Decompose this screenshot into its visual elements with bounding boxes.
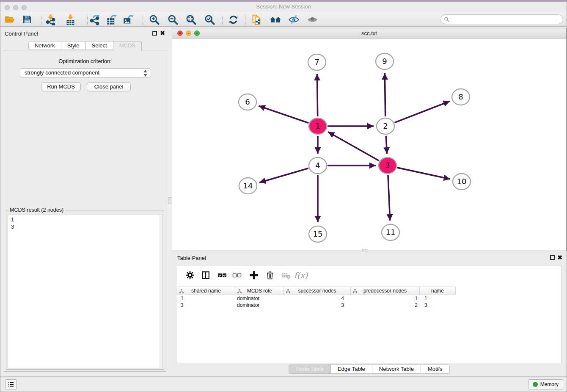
add-column-icon[interactable]	[248, 269, 260, 281]
export-network-icon[interactable]	[88, 14, 100, 25]
node-table-container: f(x) shared nameMCDS rolesuccessor nodes…	[177, 265, 562, 363]
mcds-result-values: 1 3	[8, 215, 162, 231]
memory-status-icon	[533, 382, 538, 387]
node-2[interactable]: 2	[377, 118, 394, 134]
cell-successor-nodes[interactable]: 4	[284, 295, 351, 302]
cell-successor-nodes[interactable]: 3	[284, 302, 351, 309]
table-float-panel-icon[interactable]	[550, 255, 555, 260]
split-columns-icon[interactable]	[200, 269, 212, 281]
export-image-icon[interactable]	[122, 14, 134, 25]
double-home-icon[interactable]	[270, 14, 281, 25]
cell-MCDS-role[interactable]: dominator	[235, 295, 284, 302]
task-history-button[interactable]	[6, 379, 17, 389]
zoom-in-icon[interactable]	[148, 14, 160, 25]
edge-1-7[interactable]	[317, 74, 317, 116]
column-header-shared-name[interactable]: shared name	[177, 287, 235, 295]
column-header-MCDS-role[interactable]: MCDS role	[235, 287, 284, 295]
delete-table-icon[interactable]	[280, 269, 292, 281]
cell-name[interactable]: 3	[420, 302, 456, 309]
node-1[interactable]: 1	[309, 118, 327, 134]
column-header-successor-nodes[interactable]: successor nodes	[284, 287, 351, 295]
import-table-icon[interactable]	[64, 14, 76, 25]
optimization-criterion-select[interactable]: strongly connected component	[20, 68, 151, 77]
column-header-predecessor-nodes[interactable]: predecessor nodes	[351, 287, 420, 295]
tab-network[interactable]: Network	[28, 41, 61, 50]
save-icon[interactable]	[21, 14, 33, 25]
cell-shared-name[interactable]: 3	[177, 302, 235, 309]
export-table-icon[interactable]	[105, 14, 117, 25]
open-folder-icon[interactable]	[4, 14, 16, 25]
select-all-checkboxes-icon[interactable]	[216, 269, 228, 281]
cell-name[interactable]: 1	[420, 295, 456, 302]
main-toolbar	[0, 12, 567, 27]
edge-2-9[interactable]	[385, 73, 385, 116]
edge-4-14[interactable]	[259, 168, 308, 182]
run-mcds-button[interactable]: Run MCDS	[41, 82, 81, 91]
cell-predecessor-nodes[interactable]: 1	[351, 295, 420, 302]
result-scrollbar[interactable]	[160, 215, 162, 368]
zoom-fit-icon[interactable]	[185, 14, 197, 25]
memory-button[interactable]: Memory	[528, 379, 563, 389]
cell-predecessor-nodes[interactable]: 2	[351, 302, 420, 309]
close-panel-icon[interactable]: ✖	[160, 30, 165, 36]
select-value: strongly connected component	[25, 69, 99, 76]
node-14[interactable]: 14	[239, 178, 257, 194]
mcds-result-textarea[interactable]: 1 3	[8, 215, 163, 368]
eye-icon[interactable]	[306, 14, 318, 25]
clone-network-icon[interactable]	[250, 14, 262, 25]
search-icon	[444, 17, 449, 22]
node-label-8: 8	[458, 92, 463, 101]
edge-3-1[interactable]	[328, 132, 379, 161]
search-field[interactable]	[440, 14, 563, 24]
delete-column-icon[interactable]	[264, 269, 276, 281]
function-builder-icon[interactable]: f(x)	[295, 269, 307, 281]
deselect-all-checkboxes-icon[interactable]	[231, 269, 243, 281]
node-7[interactable]: 7	[308, 54, 326, 70]
bottom-divider-grip[interactable]	[362, 249, 368, 251]
tab-select[interactable]: Select	[85, 41, 113, 50]
refresh-layout-icon[interactable]	[227, 14, 239, 25]
table-row[interactable]: 3dominator323	[177, 302, 456, 309]
network-canvas[interactable]: 7968124314101511	[172, 39, 566, 251]
tab-mcds[interactable]: MCDS	[113, 41, 142, 51]
network-window-titlebar[interactable]: × – + scc.txt	[172, 28, 566, 39]
table-close-panel-icon[interactable]: ✖	[557, 254, 562, 261]
left-divider-grip[interactable]	[168, 197, 171, 204]
tab-style[interactable]: Style	[61, 41, 86, 50]
node-9[interactable]: 9	[376, 53, 394, 69]
edge-3-11[interactable]	[388, 175, 390, 221]
edge-3-10[interactable]	[397, 168, 450, 179]
cell-shared-name[interactable]: 1	[177, 295, 235, 302]
tab-node-table[interactable]: Node Table	[289, 364, 331, 374]
control-panel: Control Panel ✖ NetworkStyleSelectMCDS O…	[0, 28, 170, 373]
eye-slash-icon[interactable]	[288, 14, 300, 25]
close-panel-button[interactable]: Close panel	[87, 82, 131, 91]
tab-network-table[interactable]: Network Table	[372, 364, 421, 374]
cell-MCDS-role[interactable]: dominator	[235, 302, 284, 309]
titlebar: Session: New Session	[0, 2, 567, 12]
zoom-selected-icon[interactable]	[204, 14, 215, 25]
node-4[interactable]: 4	[309, 157, 327, 174]
edge-2-8[interactable]	[394, 101, 449, 123]
tab-motifs[interactable]: Motifs	[421, 364, 450, 374]
tab-edge-table[interactable]: Edge Table	[330, 364, 372, 374]
node-15[interactable]: 15	[309, 226, 327, 242]
node-10[interactable]: 10	[453, 174, 471, 190]
edge-2-3[interactable]	[386, 136, 387, 154]
node-11[interactable]: 11	[382, 224, 399, 240]
mcds-result-title: MCDS result (2 nodes)	[8, 207, 65, 213]
float-panel-icon[interactable]	[152, 31, 157, 36]
gear-icon[interactable]	[184, 269, 196, 281]
list-icon	[8, 381, 14, 388]
column-header-name[interactable]: name	[420, 287, 456, 295]
node-label-7: 7	[314, 58, 319, 66]
import-network-icon[interactable]	[44, 14, 56, 25]
node-3[interactable]: 3	[379, 157, 396, 174]
search-input[interactable]	[451, 17, 563, 22]
edge-1-6[interactable]	[259, 106, 308, 123]
node-8[interactable]: 8	[452, 89, 470, 105]
node-6[interactable]: 6	[239, 94, 256, 110]
zoom-out-icon[interactable]	[167, 14, 179, 25]
table-row[interactable]: 1dominator411	[177, 295, 456, 302]
table-header-row: shared nameMCDS rolesuccessor nodesprede…	[177, 287, 456, 295]
